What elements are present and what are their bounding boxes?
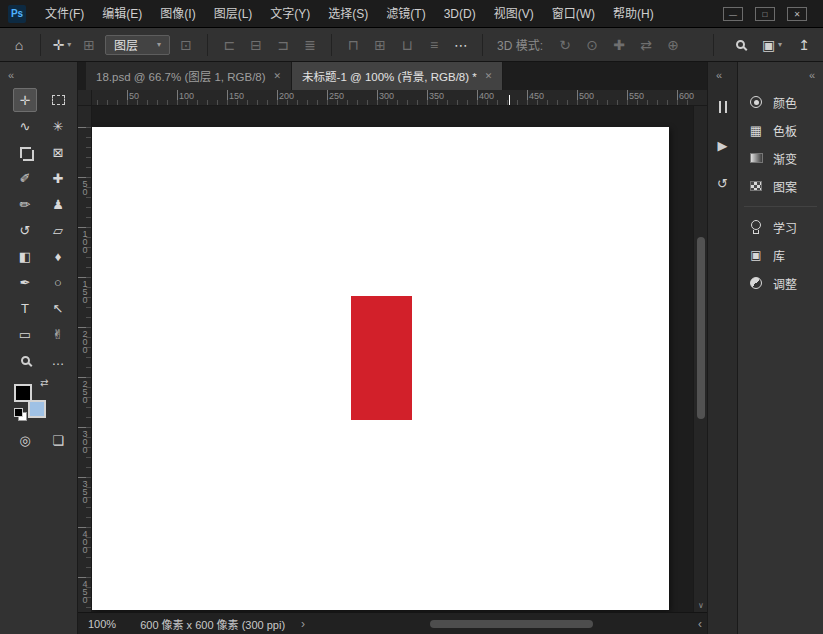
panel-button-pattern[interactable]: 图案 xyxy=(738,172,823,200)
panel-button-learn[interactable]: 学习 xyxy=(738,213,823,241)
panel-button-gradient[interactable]: 渐变 xyxy=(738,144,823,172)
maximize-icon[interactable]: □ xyxy=(755,7,775,21)
home-icon[interactable]: ⌂ xyxy=(8,33,30,57)
align-left-icon[interactable]: ⊏ xyxy=(218,33,240,57)
color-swatches: ⇄ xyxy=(14,380,56,426)
status-chevron-icon[interactable]: › xyxy=(301,617,305,631)
expand-strip-icon[interactable]: « xyxy=(716,69,722,81)
share-icon[interactable]: ↥ xyxy=(793,33,815,57)
vertical-scrollbar-thumb[interactable] xyxy=(697,237,705,419)
more-align-options-icon[interactable]: ⋯ xyxy=(450,33,472,57)
vertical-scrollbar[interactable]: ∨ xyxy=(693,106,707,612)
horizontal-ruler: 50100150200250300350400450500550600 xyxy=(92,90,707,106)
actions-panel-button[interactable]: ▶ xyxy=(711,133,735,157)
eyedropper-tool[interactable]: ✐ xyxy=(13,166,37,190)
close-tab-icon[interactable]: ✕ xyxy=(485,71,493,81)
quick-selection-tool[interactable]: ✳ xyxy=(46,114,70,138)
3d-slide-icon[interactable]: ⇄ xyxy=(635,33,657,57)
menu-item[interactable]: 3D(D) xyxy=(435,0,485,28)
minimize-icon[interactable]: — xyxy=(723,7,743,21)
current-tool-move-icon[interactable]: ✛▾ xyxy=(51,33,73,57)
clone-stamp-tool[interactable]: ♟ xyxy=(46,192,70,216)
align-middle-icon[interactable]: ⊞ xyxy=(369,33,391,57)
document-tab[interactable]: 未标题-1 @ 100% (背景, RGB/8) *✕ xyxy=(292,62,503,90)
history-brush-tool[interactable]: ↺ xyxy=(13,218,37,242)
blur-tool[interactable]: ♦ xyxy=(46,244,70,268)
pen-tool[interactable]: ✒ xyxy=(13,270,37,294)
eraser-tool[interactable]: ▱ xyxy=(46,218,70,242)
move-tool[interactable]: ✛ xyxy=(13,88,37,112)
menu-item[interactable]: 文件(F) xyxy=(36,0,93,28)
3d-pan-icon[interactable]: ✚ xyxy=(608,33,630,57)
transform-controls-icon[interactable]: ⊡ xyxy=(175,33,197,57)
screen-mode-button[interactable]: ❏ xyxy=(46,428,70,452)
document-tab[interactable]: 18.psd @ 66.7% (图层 1, RGB/8)✕ xyxy=(86,62,292,90)
menu-item[interactable]: 窗口(W) xyxy=(543,0,604,28)
menu-item[interactable]: 帮助(H) xyxy=(604,0,663,28)
collapse-toolbar-icon[interactable]: « xyxy=(8,69,14,81)
close-icon[interactable]: ✕ xyxy=(787,7,807,21)
more-tools[interactable]: … xyxy=(46,348,70,372)
crop-tool[interactable] xyxy=(13,140,37,164)
h-ruler-label: 150 xyxy=(229,91,244,101)
distribute-horizontal-icon[interactable]: ≣ xyxy=(299,33,321,57)
swap-colors-icon[interactable]: ⇄ xyxy=(40,377,48,388)
default-colors-icon[interactable] xyxy=(14,408,27,421)
menu-item[interactable]: 图层(L) xyxy=(205,0,262,28)
lasso-tool[interactable]: ∿ xyxy=(13,114,37,138)
foreground-color-swatch[interactable] xyxy=(14,384,32,402)
workspace-switcher-icon[interactable]: ▣▾ xyxy=(761,33,783,57)
history-panel-button[interactable]: ↺ xyxy=(711,171,735,195)
menu-item[interactable]: 选择(S) xyxy=(319,0,377,28)
panel-button-libraries[interactable]: 库 xyxy=(738,241,823,269)
ruler-cursor-indicator xyxy=(509,95,510,105)
background-color-swatch[interactable] xyxy=(28,400,46,418)
brush-tool[interactable]: ✏ xyxy=(13,192,37,216)
divider xyxy=(744,206,817,207)
auto-select-target-dropdown[interactable]: 图层 ▾ xyxy=(105,35,170,55)
canvas[interactable] xyxy=(92,127,669,610)
panel-button-list: 颜色色板渐变图案 xyxy=(738,88,823,200)
menu-item[interactable]: 图像(I) xyxy=(151,0,204,28)
horizontal-scrollbar-thumb[interactable] xyxy=(430,620,593,628)
align-bottom-icon[interactable]: ⊔ xyxy=(396,33,418,57)
panel-button-swatches[interactable]: 色板 xyxy=(738,116,823,144)
menu-item[interactable]: 文字(Y) xyxy=(261,0,319,28)
properties-panel-button[interactable] xyxy=(711,95,735,119)
scroll-down-chevron-icon[interactable]: ∨ xyxy=(698,601,704,610)
zoom-level[interactable]: 100% xyxy=(88,618,116,630)
right-panel: « 颜色色板渐变图案 学习库调整 xyxy=(737,62,823,634)
type-tool[interactable]: T xyxy=(13,296,37,320)
rectangle-tool[interactable]: ▭ xyxy=(13,322,37,346)
tools-panel: « ✛∿✳⊠✐✚✏♟↺▱◧♦✒○T↖▭✌… ⇄ ◎ ❏ xyxy=(0,62,78,634)
menu-item[interactable]: 编辑(E) xyxy=(93,0,151,28)
gradient-tool[interactable]: ◧ xyxy=(13,244,37,268)
3d-roll-icon[interactable]: ⊙ xyxy=(581,33,603,57)
scroll-left-chevron-icon[interactable]: ‹ xyxy=(698,617,702,631)
ruler-origin-corner[interactable] xyxy=(78,90,92,106)
path-selection-tool[interactable]: ↖ xyxy=(46,296,70,320)
hand-tool[interactable]: ✌ xyxy=(46,322,70,346)
v-ruler-label: 250 xyxy=(80,379,90,403)
panel-button-color-wheel[interactable]: 颜色 xyxy=(738,88,823,116)
menu-item[interactable]: 滤镜(T) xyxy=(377,0,434,28)
align-right-icon[interactable]: ⊐ xyxy=(272,33,294,57)
auto-select-icon[interactable]: ⊞ xyxy=(78,33,100,57)
menu-item[interactable]: 视图(V) xyxy=(485,0,543,28)
quick-mask-button[interactable]: ◎ xyxy=(13,428,37,452)
frame-tool[interactable]: ⊠ xyxy=(46,140,70,164)
search-icon[interactable] xyxy=(729,33,751,57)
panel-button-adjustments[interactable]: 调整 xyxy=(738,269,823,297)
3d-scale-icon[interactable]: ⊕ xyxy=(662,33,684,57)
align-center-horizontal-icon[interactable]: ⊟ xyxy=(245,33,267,57)
align-top-icon[interactable]: ⊓ xyxy=(342,33,364,57)
zoom-tool[interactable] xyxy=(13,348,37,372)
3d-orbit-icon[interactable]: ↻ xyxy=(554,33,576,57)
distribute-vertical-icon[interactable]: ≡ xyxy=(423,33,445,57)
photoshop-window: Ps 文件(F)编辑(E)图像(I)图层(L)文字(Y)选择(S)滤镜(T)3D… xyxy=(0,0,823,634)
dodge-tool[interactable]: ○ xyxy=(46,270,70,294)
collapse-panel-icon[interactable]: « xyxy=(809,69,815,81)
close-tab-icon[interactable]: ✕ xyxy=(274,71,282,81)
marquee-tool[interactable] xyxy=(46,88,70,112)
healing-brush-tool[interactable]: ✚ xyxy=(46,166,70,190)
